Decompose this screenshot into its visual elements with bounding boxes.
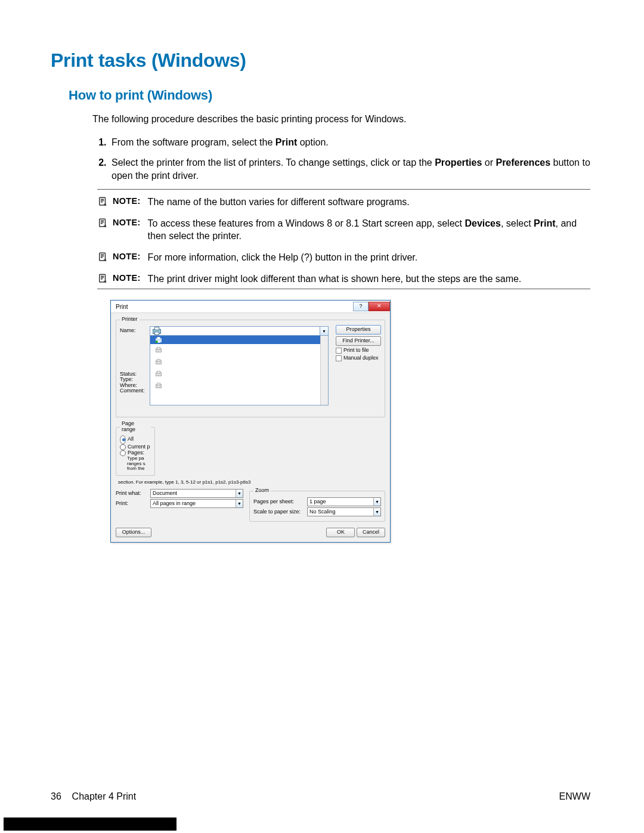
chapter-label: Chapter 4 Print bbox=[72, 791, 137, 801]
chevron-down-icon[interactable]: ▼ bbox=[320, 327, 328, 335]
note-label: NOTE: bbox=[113, 196, 141, 208]
name-label: Name: bbox=[120, 328, 146, 334]
chevron-down-icon: ▼ bbox=[373, 508, 380, 516]
zoom-group: Zoom Pages per sheet: 1 page▼ Scale to p… bbox=[249, 488, 385, 522]
svg-rect-14 bbox=[157, 359, 160, 361]
redaction-bar bbox=[4, 817, 177, 831]
close-button[interactable]: ✕ bbox=[369, 302, 390, 311]
svg-rect-12 bbox=[157, 347, 160, 349]
printer-group: Printer Name: ▼ bbox=[116, 317, 385, 417]
print-to-file-checkbox[interactable]: Print to file bbox=[336, 348, 381, 354]
note-icon bbox=[97, 218, 108, 228]
chevron-down-icon: ▼ bbox=[236, 490, 243, 497]
printer-option[interactable] bbox=[150, 380, 328, 392]
note-icon bbox=[97, 273, 108, 284]
options-button[interactable]: Options... bbox=[116, 528, 151, 537]
svg-rect-5 bbox=[154, 327, 159, 330]
help-button[interactable]: ? bbox=[353, 302, 369, 311]
note-2: NOTE: To access these features from a Wi… bbox=[97, 212, 590, 246]
printer-icon bbox=[153, 381, 165, 391]
note-label: NOTE: bbox=[113, 272, 141, 284]
scale-select[interactable]: No Scaling▼ bbox=[307, 507, 381, 516]
footer-right: ENWW bbox=[559, 790, 590, 803]
comment-label: Comment: bbox=[120, 388, 146, 394]
note-text: The name of the button varies for differ… bbox=[148, 196, 410, 209]
note-4: NOTE: The print driver might look differ… bbox=[97, 268, 590, 289]
printer-icon bbox=[153, 335, 165, 345]
dialog-titlebar: Print ? ✕ bbox=[111, 301, 390, 313]
pages-per-sheet-label: Pages per sheet: bbox=[253, 499, 304, 505]
dialog-title: Print bbox=[116, 304, 128, 310]
properties-button[interactable]: Properties bbox=[336, 325, 381, 335]
print-pages-select[interactable]: All pages in range▼ bbox=[150, 499, 243, 508]
svg-rect-6 bbox=[154, 332, 159, 335]
svg-point-10 bbox=[156, 340, 158, 343]
page-range-all-radio[interactable]: All bbox=[120, 435, 151, 444]
page-footer: 36 Chapter 4 Print ENWW bbox=[51, 790, 590, 803]
steps-list: From the software program, select the Pr… bbox=[92, 136, 590, 182]
printer-dropdown-list[interactable] bbox=[150, 335, 329, 405]
svg-rect-16 bbox=[157, 371, 160, 373]
print-pages-label: Print: bbox=[116, 501, 147, 507]
note-label: NOTE: bbox=[113, 251, 141, 263]
intro-text: The following procedure describes the ba… bbox=[92, 113, 590, 126]
print-what-label: Print what: bbox=[116, 491, 147, 497]
pages-per-sheet-select[interactable]: 1 page▼ bbox=[307, 497, 381, 506]
note-icon bbox=[97, 252, 108, 262]
chevron-down-icon: ▼ bbox=[373, 498, 380, 506]
ok-button[interactable]: OK bbox=[326, 528, 355, 537]
find-printer-button[interactable]: Find Printer... bbox=[336, 336, 381, 346]
pages-hint: Type pa ranges s from the bbox=[120, 456, 151, 472]
heading-1: Print tasks (Windows) bbox=[51, 48, 590, 73]
step-2: Select the printer from the list of prin… bbox=[109, 156, 590, 182]
step-1: From the software program, select the Pr… bbox=[109, 136, 590, 149]
note-text: For more information, click the Help (?)… bbox=[148, 251, 418, 264]
manual-duplex-checkbox[interactable]: Manual duplex bbox=[336, 355, 381, 361]
page-number: 36 bbox=[51, 791, 61, 801]
printer-legend: Printer bbox=[120, 317, 140, 323]
page-range-group: Page range All Current p Pages: Type pa … bbox=[116, 421, 155, 476]
note-label: NOTE: bbox=[113, 217, 141, 229]
heading-2: How to print (Windows) bbox=[69, 86, 590, 104]
print-what-select[interactable]: Document▼ bbox=[150, 489, 243, 498]
scale-label: Scale to paper size: bbox=[253, 509, 304, 515]
svg-rect-8 bbox=[157, 337, 160, 339]
chevron-down-icon: ▼ bbox=[236, 500, 243, 507]
printer-icon bbox=[153, 357, 165, 367]
printer-option[interactable] bbox=[150, 344, 328, 356]
page-range-legend: Page range bbox=[120, 421, 151, 433]
zoom-legend: Zoom bbox=[253, 488, 271, 494]
note-text: To access these features from a Windows … bbox=[148, 217, 590, 243]
note-icon bbox=[97, 196, 108, 207]
note-3: NOTE: For more information, click the He… bbox=[97, 246, 590, 268]
note-text: The print driver might look different th… bbox=[148, 272, 522, 286]
printer-option[interactable] bbox=[150, 368, 328, 380]
notes-block: NOTE: The name of the button varies for … bbox=[97, 189, 590, 289]
printer-icon bbox=[153, 369, 165, 379]
printer-icon bbox=[153, 345, 165, 355]
printer-name-dropdown[interactable]: ▼ bbox=[150, 326, 329, 336]
note-1: NOTE: The name of the button varies for … bbox=[97, 191, 590, 212]
section-hint: section. For example, type 1, 3, 5-12 or… bbox=[118, 480, 385, 485]
svg-rect-18 bbox=[157, 383, 160, 385]
printer-option[interactable] bbox=[150, 356, 328, 368]
dropdown-scrollbar[interactable] bbox=[320, 336, 328, 405]
print-dialog: Print ? ✕ Printer Name: bbox=[110, 300, 391, 543]
printer-option-selected[interactable] bbox=[150, 336, 328, 344]
cancel-button[interactable]: Cancel bbox=[357, 528, 385, 537]
